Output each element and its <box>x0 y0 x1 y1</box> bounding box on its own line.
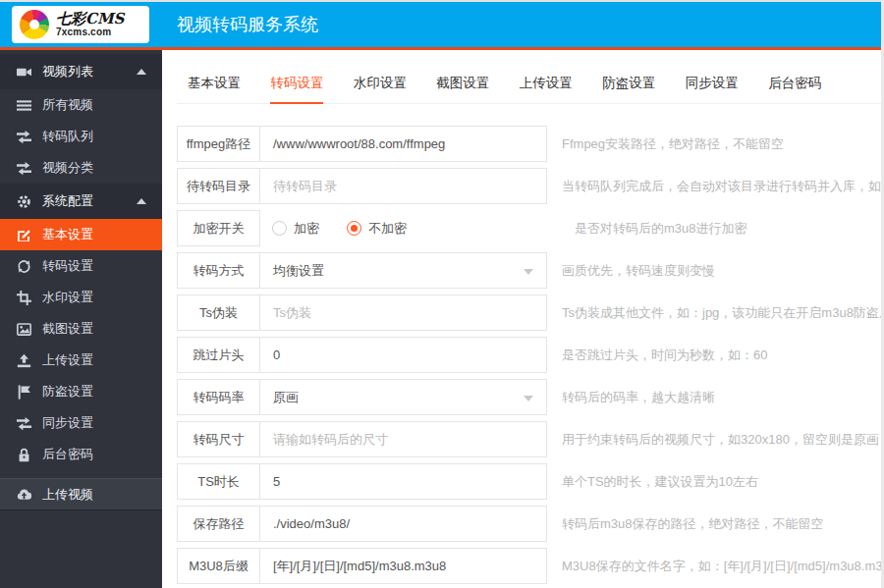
window-top-edge <box>0 0 884 2</box>
field-label: 转码尺寸 <box>177 421 260 457</box>
ffmpeg-path-input[interactable]: /www/wwwroot/88.com/ffmpeg <box>259 126 547 162</box>
form-row-bitrate: 转码码率 原画 转码后的码率，越大越清晰 <box>177 379 884 415</box>
field-help: 当转码队列完成后，会自动对该目录进行转码并入库，如：E:/video <box>562 178 884 195</box>
field-label: 跳过片头 <box>177 337 260 373</box>
field-help: M3U8保存的文件名字，如：[年]/[月]/[日]/[md5]/m3u8.m3u… <box>562 558 884 575</box>
form-row-pending-dir: 待转码目录 待转码目录 当转码队列完成后，会自动对该目录进行转码并入库，如：E:… <box>177 168 884 204</box>
form-row-encrypt-switch: 加密开关 加密 不加密 是否对转码后的m3u8进行加密 <box>177 210 884 246</box>
video-camera-icon <box>17 65 31 80</box>
field-label: TS时长 <box>177 463 260 500</box>
lock-icon <box>17 448 31 462</box>
form-row-ts-disguise: Ts伪装 Ts伪装 Ts伪装成其他文件，如：jpg，该功能只在开启m3u8防盗后… <box>177 294 884 331</box>
pending-dir-input[interactable]: 待转码目录 <box>259 168 547 204</box>
brand-name: 七彩CMS <box>56 12 124 27</box>
radio-no-encrypt[interactable] <box>347 221 361 236</box>
tab-basic-settings[interactable]: 基本设置 <box>188 75 241 102</box>
sidebar-group-system-config[interactable]: 系统配置 <box>0 184 162 219</box>
main-content: 基本设置 转码设置 水印设置 截图设置 上传设置 防盗设置 同步设置 后台密码 … <box>162 50 884 588</box>
field-help: 转码后的码率，越大越清晰 <box>562 389 715 406</box>
save-path-input[interactable]: ./video/m3u8/ <box>259 506 547 542</box>
exchange-icon <box>17 130 31 144</box>
exchange-icon <box>17 161 31 176</box>
field-label: ffmpeg路径 <box>177 126 260 162</box>
transcode-settings-form: ffmpeg路径 /www/wwwroot/88.com/ffmpeg Ffmp… <box>177 126 884 588</box>
brand-logo[interactable]: 七彩CMS 7xcms.com <box>12 6 149 43</box>
sidebar-item-video-categories[interactable]: 视频分类 <box>0 152 162 184</box>
form-row-save-path: 保存路径 ./video/m3u8/ 转码后m3u8保存的路径，绝对路径，不能留… <box>177 506 884 542</box>
sidebar-item-watermark-settings[interactable]: 水印设置 <box>0 282 162 313</box>
rainbow-pie-logo-icon <box>20 10 49 39</box>
form-row-transcode-mode: 转码方式 均衡设置 画质优先，转码速度则变慢 <box>177 252 884 289</box>
upload-icon <box>17 353 31 368</box>
loop-icon <box>17 259 31 274</box>
sidebar-item-upload-video[interactable]: 上传视频 <box>0 478 162 510</box>
tab-antitheft-settings[interactable]: 防盗设置 <box>602 75 655 102</box>
chevron-down-icon <box>524 396 533 401</box>
field-label: 转码码率 <box>177 379 260 415</box>
page-title: 视频转码服务系统 <box>177 2 318 47</box>
m3u8-suffix-input[interactable]: [年]/[月]/[日]/[md5]/m3u8.m3u8 <box>259 548 547 584</box>
encrypt-radio-group: 加密 不加密 <box>272 220 560 238</box>
field-help: 单个TS的时长，建议设置为10左右 <box>562 473 758 491</box>
sidebar-item-transcode-settings[interactable]: 转码设置 <box>0 250 162 282</box>
sidebar-item-screenshot-settings[interactable]: 截图设置 <box>0 313 162 345</box>
flag-icon <box>17 385 31 400</box>
tab-watermark-settings[interactable]: 水印设置 <box>354 75 407 102</box>
field-help: Ffmpeg安装路径，绝对路径，不能留空 <box>562 135 784 153</box>
form-row-m3u8-suffix: M3U8后缀 [年]/[月]/[日]/[md5]/m3u8.m3u8 M3U8保… <box>177 548 884 584</box>
radio-label[interactable]: 不加密 <box>368 220 407 238</box>
bitrate-select[interactable]: 原画 <box>259 379 547 415</box>
field-label: M3U8后缀 <box>177 548 260 584</box>
settings-tabbar: 基本设置 转码设置 水印设置 截图设置 上传设置 防盗设置 同步设置 后台密码 <box>177 74 884 104</box>
field-help: Ts伪装成其他文件，如：jpg，该功能只在开启m3u8防盗后有效 <box>562 304 884 322</box>
sync-icon <box>17 416 31 431</box>
form-row-skip-intro: 跳过片头 0 是否跳过片头，时间为秒数，如：60 <box>177 337 884 373</box>
ts-disguise-input[interactable]: Ts伪装 <box>259 294 547 331</box>
chevron-down-icon <box>524 269 533 275</box>
form-row-ffmpeg-path: ffmpeg路径 /www/wwwroot/88.com/ffmpeg Ffmp… <box>177 126 884 162</box>
tab-screenshot-settings[interactable]: 截图设置 <box>436 75 489 102</box>
radio-encrypt[interactable] <box>272 221 287 236</box>
app-header: 七彩CMS 7xcms.com 视频转码服务系统 <box>0 2 884 47</box>
field-help: 是否对转码后的m3u8进行加密 <box>575 220 747 238</box>
field-help: 转码后m3u8保存的路径，绝对路径，不能留空 <box>562 515 824 533</box>
video-list-icon <box>17 98 31 113</box>
field-label: 转码方式 <box>177 252 260 289</box>
field-help: 用于约束转码后的视频尺寸，如320x180，留空则是原画 <box>562 431 879 449</box>
tab-admin-password[interactable]: 后台密码 <box>768 75 821 102</box>
sidebar-item-upload-settings[interactable]: 上传设置 <box>0 345 162 376</box>
field-label: Ts伪装 <box>177 294 260 331</box>
field-help: 是否跳过片头，时间为秒数，如：60 <box>562 347 767 364</box>
sidebar-item-antitheft-settings[interactable]: 防盗设置 <box>0 376 162 407</box>
sidebar-group-video-list[interactable]: 视频列表 <box>0 54 162 89</box>
collapse-arrow-icon <box>137 198 146 204</box>
form-row-size: 转码尺寸 请输如转码后的尺寸 用于约束转码后的视频尺寸，如320x180，留空则… <box>177 421 884 457</box>
sidebar-item-sync-settings[interactable]: 同步设置 <box>0 407 162 439</box>
form-row-ts-duration: TS时长 5 单个TS的时长，建议设置为10左右 <box>177 463 884 500</box>
transcode-mode-select[interactable]: 均衡设置 <box>259 252 547 289</box>
cloud-upload-icon <box>17 487 31 502</box>
sidebar-item-all-videos[interactable]: 所有视频 <box>0 89 162 121</box>
image-icon <box>17 322 31 337</box>
tab-upload-settings[interactable]: 上传设置 <box>520 75 573 102</box>
tab-sync-settings[interactable]: 同步设置 <box>686 75 739 102</box>
gear-icon <box>17 194 31 209</box>
app-window: 七彩CMS 7xcms.com 视频转码服务系统 视频列表 所有视频 <box>0 0 884 588</box>
crop-icon <box>17 291 31 305</box>
field-label: 待转码目录 <box>177 168 260 204</box>
edit-icon <box>17 228 31 242</box>
brand-domain: 7xcms.com <box>56 27 124 38</box>
skip-intro-input[interactable]: 0 <box>259 337 547 373</box>
ts-duration-input[interactable]: 5 <box>259 463 547 500</box>
collapse-arrow-icon <box>137 69 146 75</box>
tab-transcode-settings[interactable]: 转码设置 <box>270 75 323 104</box>
sidebar-nav: 视频列表 所有视频 转码队列 视频分类 <box>0 50 162 588</box>
sidebar-item-basic-settings[interactable]: 基本设置 <box>0 219 162 250</box>
sidebar-item-admin-password[interactable]: 后台密码 <box>0 439 162 470</box>
field-help: 画质优先，转码速度则变慢 <box>562 262 715 280</box>
sidebar-item-transcode-queue[interactable]: 转码队列 <box>0 121 162 152</box>
size-input[interactable]: 请输如转码后的尺寸 <box>259 421 547 457</box>
radio-label[interactable]: 加密 <box>294 220 319 238</box>
field-label: 加密开关 <box>177 210 260 246</box>
field-label: 保存路径 <box>177 506 260 542</box>
